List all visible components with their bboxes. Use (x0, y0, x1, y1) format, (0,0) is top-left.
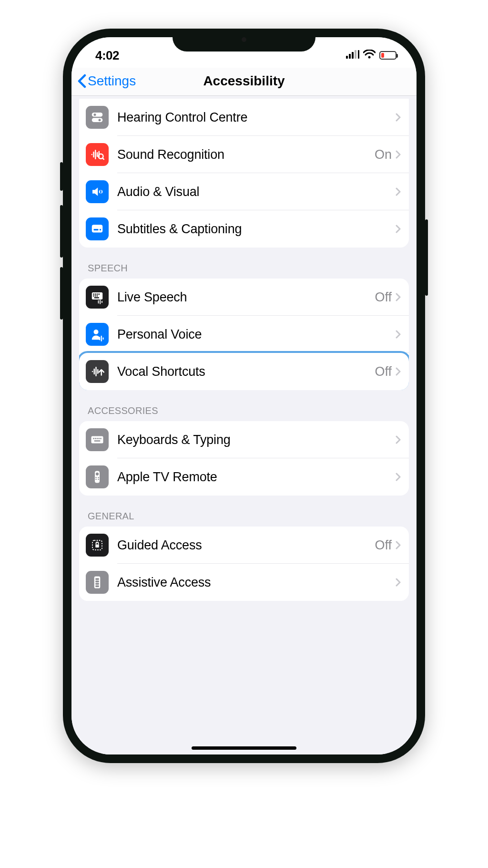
svg-rect-43 (95, 578, 99, 580)
svg-rect-24 (97, 295, 98, 297)
row-value: Off (375, 538, 392, 553)
row-label: Guided Access (117, 538, 375, 553)
svg-rect-45 (95, 583, 99, 585)
chevron-right-icon (396, 541, 401, 549)
live-speech-icon (86, 286, 109, 309)
back-label: Settings (88, 73, 136, 89)
vocal-shortcuts-icon (86, 360, 109, 383)
svg-rect-29 (95, 438, 96, 439)
row-label: Hearing Control Centre (117, 110, 396, 125)
row-personal-voice[interactable]: Personal Voice (79, 316, 409, 353)
row-subtitles-captioning[interactable]: Subtitles & Captioning (79, 210, 409, 248)
section-header-accessories: Accessories (79, 390, 409, 421)
svg-rect-20 (97, 294, 98, 295)
svg-rect-28 (93, 438, 94, 439)
list-group-accessories: Keyboards & Typing Apple TV Remote (79, 421, 409, 496)
svg-rect-23 (95, 295, 96, 297)
svg-rect-41 (95, 545, 99, 548)
svg-line-11 (102, 158, 104, 160)
audio-visual-icon (86, 180, 109, 203)
phone-frame: 4:02 Settings Accessibility (63, 29, 425, 763)
row-live-speech[interactable]: Live Speech Off (79, 279, 409, 316)
section-header-general: General (79, 496, 409, 527)
row-label: Apple TV Remote (117, 470, 396, 485)
home-indicator[interactable] (192, 746, 296, 750)
svg-rect-2 (352, 52, 354, 59)
row-apple-tv-remote[interactable]: Apple TV Remote (79, 458, 409, 496)
row-label: Audio & Visual (117, 185, 396, 199)
chevron-right-icon (396, 150, 401, 159)
svg-rect-6 (92, 113, 103, 117)
svg-rect-31 (99, 438, 100, 439)
row-audio-visual[interactable]: Audio & Visual (79, 173, 409, 210)
row-label: Assistive Access (117, 575, 396, 590)
svg-rect-32 (100, 438, 102, 439)
svg-rect-15 (94, 229, 99, 230)
chevron-right-icon (396, 367, 401, 376)
svg-point-38 (95, 479, 97, 480)
svg-rect-30 (97, 438, 98, 439)
chevron-right-icon (396, 225, 401, 233)
back-button[interactable]: Settings (77, 73, 136, 89)
personal-voice-icon (86, 323, 109, 346)
svg-rect-21 (99, 294, 100, 295)
svg-rect-22 (93, 295, 94, 297)
svg-rect-44 (95, 580, 99, 582)
row-value: On (375, 147, 392, 162)
chevron-right-icon (396, 330, 401, 339)
guided-access-icon (86, 534, 109, 557)
row-hearing-control-centre[interactable]: Hearing Control Centre (79, 99, 409, 136)
section-header-speech: Speech (79, 248, 409, 279)
tv-remote-icon (86, 465, 109, 488)
nav-bar: Settings Accessibility (71, 68, 417, 96)
cellular-icon (346, 50, 359, 61)
row-sound-recognition[interactable]: Sound Recognition On (79, 136, 409, 173)
svg-point-5 (368, 56, 371, 59)
status-icons (346, 50, 396, 61)
row-keyboards-typing[interactable]: Keyboards & Typing (79, 421, 409, 458)
svg-rect-19 (95, 294, 96, 295)
list-group-speech: Live Speech Off Personal Voice Vocal Sho… (79, 279, 409, 390)
subtitles-icon (86, 217, 109, 240)
chevron-right-icon (396, 473, 401, 481)
svg-rect-8 (92, 118, 103, 122)
svg-point-13 (100, 190, 102, 194)
svg-rect-4 (358, 50, 359, 59)
row-label: Subtitles & Captioning (117, 222, 396, 237)
row-label: Keyboards & Typing (117, 433, 396, 447)
status-time: 4:02 (95, 48, 119, 63)
svg-point-37 (98, 477, 99, 478)
battery-icon (379, 51, 396, 60)
svg-rect-1 (349, 54, 351, 59)
row-vocal-shortcuts[interactable]: Vocal Shortcuts Off (79, 353, 409, 390)
list-group-general: Guided Access Off Assistive Access (79, 527, 409, 601)
list-group-hearing: Hearing Control Centre Sound Recognition… (79, 99, 409, 248)
svg-point-7 (94, 114, 96, 116)
svg-rect-25 (94, 297, 99, 299)
svg-rect-0 (346, 56, 348, 59)
row-label: Live Speech (117, 290, 375, 305)
row-label: Vocal Shortcuts (117, 364, 375, 379)
svg-point-39 (98, 479, 99, 480)
svg-point-26 (94, 330, 99, 334)
row-assistive-access[interactable]: Assistive Access (79, 564, 409, 601)
svg-rect-18 (93, 294, 94, 295)
svg-rect-27 (92, 436, 103, 444)
chevron-right-icon (396, 578, 401, 587)
row-value: Off (375, 290, 392, 305)
svg-rect-16 (100, 229, 101, 230)
svg-rect-46 (95, 585, 99, 587)
row-label: Personal Voice (117, 327, 396, 342)
chevron-left-icon (77, 74, 87, 88)
svg-rect-14 (92, 225, 103, 232)
hearing-control-icon (86, 106, 109, 129)
row-guided-access[interactable]: Guided Access Off (79, 527, 409, 564)
content-scroll[interactable]: Hearing Control Centre Sound Recognition… (71, 96, 417, 754)
row-value: Off (375, 364, 392, 379)
svg-point-35 (96, 473, 99, 475)
keyboards-icon (86, 428, 109, 451)
svg-point-36 (95, 477, 97, 478)
chevron-right-icon (396, 113, 401, 122)
assistive-access-icon (86, 571, 109, 594)
notch (173, 29, 315, 52)
